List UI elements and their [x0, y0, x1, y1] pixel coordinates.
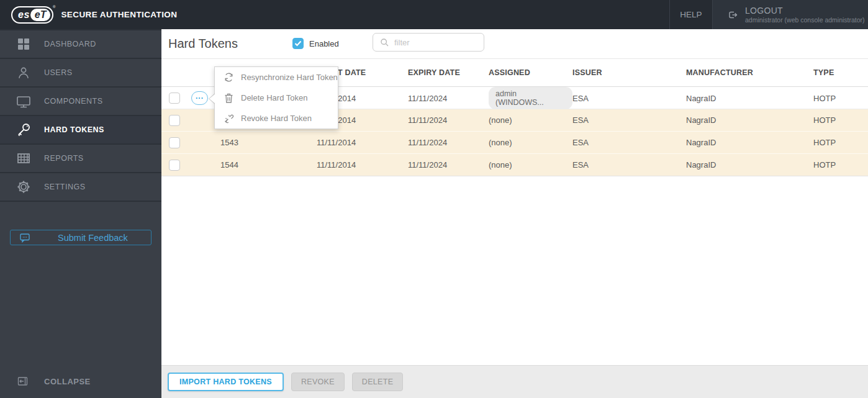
hard-tokens-key-icon	[16, 122, 32, 138]
help-label: HELP	[680, 10, 702, 19]
delete-button[interactable]: DELETE	[352, 373, 403, 391]
collapse-icon	[17, 376, 28, 386]
logout-icon	[726, 9, 739, 21]
menu-item-label: Revoke Hard Token	[241, 114, 312, 123]
cell-expiry-date: 11/11/2024	[408, 94, 489, 103]
enabled-checkbox[interactable]	[292, 38, 304, 49]
row-checkbox[interactable]	[169, 137, 180, 148]
column-header-manufacturer[interactable]: MANUFACTURER	[686, 68, 813, 77]
sidebar-item-label: DASHBOARD	[44, 40, 96, 48]
logout-button[interactable]: LOGOUT administrator (web console admini…	[713, 0, 868, 29]
menu-item-revoke[interactable]: Revoke Hard Token	[215, 108, 338, 129]
import-hard-tokens-button[interactable]: IMPORT HARD TOKENS	[168, 373, 284, 391]
filter-box	[373, 33, 484, 52]
cell-assigned: (none)	[489, 115, 572, 125]
cell-type: HOTP	[813, 160, 868, 170]
eset-logo: es eT ®	[11, 6, 53, 24]
cell-issuer: ESA	[572, 160, 686, 170]
topbar: es eT ® SECURE AUTHENTICATION HELP LOGOU…	[0, 0, 868, 29]
menu-item-label: Delete Hard Token	[241, 93, 307, 102]
sidebar-item-label: HARD TOKENS	[44, 125, 104, 134]
column-header-assigned[interactable]: ASSIGNED	[489, 68, 572, 77]
submit-feedback-button[interactable]: Submit Feedback	[10, 230, 151, 245]
logout-label: LOGOUT	[745, 6, 865, 16]
cell-type: HOTP	[813, 138, 868, 147]
table-row[interactable]: 1544 11/11/2014 11/11/2024 (none) ESA Na…	[161, 154, 868, 176]
cell-issuer: ESA	[572, 115, 686, 125]
sidebar-item-label: USERS	[44, 68, 73, 77]
resync-icon	[223, 72, 234, 83]
cell-assigned: (none)	[489, 160, 572, 170]
components-icon	[16, 94, 32, 109]
sidebar-item-label: REPORTS	[44, 154, 84, 163]
cell-manufacturer: NagraID	[686, 138, 813, 147]
brand: es eT ® SECURE AUTHENTICATION	[11, 6, 177, 24]
registered-mark: ®	[53, 5, 55, 9]
column-header-issuer[interactable]: ISSUER	[572, 68, 686, 77]
cell-assigned: (none)	[489, 138, 572, 147]
sidebar: DASHBOARD USERS COMPONENTS HARD TOKENS	[0, 29, 161, 398]
sidebar-item-hard-tokens[interactable]: HARD TOKENS	[0, 116, 161, 145]
help-button[interactable]: HELP	[669, 0, 713, 29]
sidebar-item-dashboard[interactable]: DASHBOARD	[0, 30, 161, 59]
search-icon	[380, 38, 389, 47]
cell-expiry-date: 11/11/2024	[408, 115, 489, 125]
cell-issuer: ESA	[572, 94, 686, 103]
cell-type: HOTP	[813, 115, 868, 125]
row-actions-button[interactable]: ...	[191, 91, 208, 105]
cell-expiry-date: 11/11/2024	[408, 160, 489, 170]
collapse-button[interactable]: COLLAPSE	[0, 373, 161, 389]
column-header-expiry-date[interactable]: EXPIRY DATE	[408, 68, 489, 77]
menu-item-label: Resynchronize Hard Token	[241, 73, 338, 82]
filter-input[interactable]	[394, 38, 475, 47]
revoke-icon	[223, 113, 234, 124]
enabled-label: Enabled	[309, 39, 339, 48]
cell-manufacturer: NagraID	[686, 160, 813, 170]
users-icon	[16, 65, 32, 80]
column-header-type[interactable]: TYPE	[813, 68, 868, 77]
sidebar-item-label: COMPONENTS	[44, 97, 103, 106]
sidebar-item-reports[interactable]: REPORTS	[0, 145, 161, 173]
cell-start-date: 11/11/2014	[317, 160, 408, 170]
cell-serial: 1543	[220, 138, 317, 147]
cell-manufacturer: NagraID	[686, 94, 813, 103]
main-content: Hard Tokens Enabled START DATE EXPIRY DA…	[161, 29, 868, 398]
menu-item-delete[interactable]: Delete Hard Token	[215, 88, 338, 108]
cell-type: HOTP	[813, 94, 868, 103]
cell-start-date: 11/11/2014	[317, 138, 408, 147]
trash-icon	[223, 93, 234, 104]
eset-logo-right: eT	[30, 9, 51, 21]
sidebar-item-settings[interactable]: SETTINGS	[0, 173, 161, 202]
row-checkbox[interactable]	[169, 93, 180, 104]
sidebar-item-components[interactable]: COMPONENTS	[0, 88, 161, 116]
logout-user-info: administrator (web console administrator…	[745, 16, 865, 24]
row-checkbox[interactable]	[169, 115, 180, 126]
cell-issuer: ESA	[572, 138, 686, 147]
page-header: Hard Tokens Enabled	[161, 29, 868, 59]
menu-item-resynchronize[interactable]: Resynchronize Hard Token	[215, 67, 338, 88]
table-row[interactable]: 1543 11/11/2014 11/11/2024 (none) ESA Na…	[161, 132, 868, 154]
footer-action-bar: IMPORT HARD TOKENS REVOKE DELETE	[161, 365, 868, 398]
reports-icon	[16, 151, 32, 166]
page-title: Hard Tokens	[168, 37, 238, 51]
settings-icon	[16, 179, 32, 195]
sidebar-item-users[interactable]: USERS	[0, 59, 161, 88]
sidebar-item-label: SETTINGS	[44, 183, 86, 191]
product-name: SECURE AUTHENTICATION	[61, 10, 177, 19]
dashboard-icon	[16, 37, 32, 52]
cell-serial: 1544	[220, 160, 317, 170]
eset-logo-left: es	[18, 9, 30, 20]
assigned-user-badge: admin (WINDOWS...	[489, 87, 572, 109]
collapse-label: COLLAPSE	[44, 377, 91, 386]
revoke-button[interactable]: REVOKE	[291, 373, 345, 391]
feedback-bubble-icon	[19, 233, 30, 243]
row-checkbox[interactable]	[169, 160, 180, 171]
submit-feedback-label: Submit Feedback	[58, 233, 128, 243]
row-context-menu: Resynchronize Hard Token Delete Hard Tok…	[214, 66, 338, 129]
cell-expiry-date: 11/11/2024	[408, 138, 489, 147]
cell-manufacturer: NagraID	[686, 115, 813, 125]
